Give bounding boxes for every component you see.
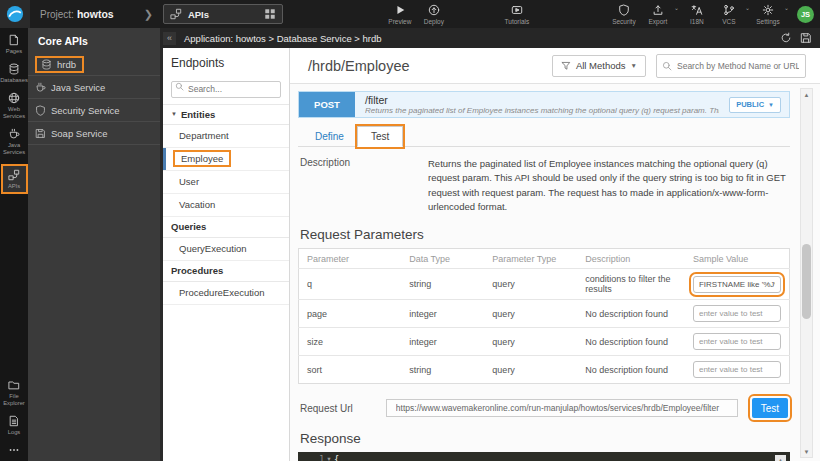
search-icon — [175, 82, 184, 91]
shield-icon — [35, 105, 46, 116]
tab-test[interactable]: Test — [357, 126, 403, 147]
project-name: Project:howtos — [40, 8, 114, 20]
scroll-body: POST /filter Returns the paginated list … — [290, 84, 798, 461]
column-header: Parameter Type — [484, 249, 577, 269]
sample-value-input-page[interactable] — [693, 305, 781, 322]
core-apis-panel: Core APIs hrdb Java Service Security Ser… — [28, 28, 160, 461]
endpoint-item-user[interactable]: User — [163, 171, 289, 194]
core-apis-title: Core APIs — [28, 28, 160, 53]
module-selector[interactable]: APIs — [163, 4, 283, 24]
settings-button[interactable]: Settings ⌄ — [750, 0, 789, 28]
content-scrollbar[interactable]: ▲ ▼ — [800, 88, 813, 458]
tree-section-procedures[interactable]: Procedures — [163, 261, 289, 282]
request-url-label: Request Url — [300, 403, 386, 414]
test-button[interactable]: Test — [752, 398, 788, 418]
sidebar-item-web-services[interactable]: Web Services — [0, 92, 28, 120]
endpoint-row-filter[interactable]: POST /filter Returns the paginated list … — [298, 91, 790, 118]
coffee-icon — [35, 82, 46, 93]
scroll-up-icon[interactable]: ▲ — [801, 89, 812, 100]
deploy-icon — [428, 4, 440, 17]
sidebar-item-logs[interactable]: Logs — [0, 415, 28, 436]
visibility-dropdown[interactable]: PUBLIC ▼ — [729, 97, 781, 113]
sample-value-input-sort[interactable] — [693, 361, 781, 378]
sidebar-item-pages[interactable]: Pages — [0, 34, 28, 55]
service-item-hrdb[interactable]: hrdb — [28, 53, 160, 76]
grid-icon — [264, 8, 276, 20]
caret-down-icon: ▼ — [631, 62, 637, 69]
shield-icon — [618, 4, 630, 17]
endpoints-search-input[interactable] — [171, 81, 281, 98]
service-item-java-service[interactable]: Java Service — [28, 76, 160, 99]
more-options-button[interactable] — [0, 444, 28, 456]
chevron-down-icon: ⌄ — [674, 4, 679, 11]
sample-value-input-q[interactable] — [693, 276, 781, 293]
editor-scrollbar[interactable]: ▲ — [775, 455, 786, 461]
folder-icon — [8, 379, 20, 391]
endpoint-summary: Returns the paginated list of Employee i… — [365, 106, 719, 115]
user-avatar[interactable]: JS — [797, 6, 814, 23]
request-parameters-title: Request Parameters — [298, 227, 790, 242]
endpoint-item-queryexecution[interactable]: QueryExecution — [163, 238, 289, 261]
table-row: qstringqueryconditions to filter the res… — [299, 269, 790, 300]
endpoint-item-employee[interactable]: Employee — [163, 148, 289, 171]
api-icon — [8, 169, 20, 181]
endpoint-item-procedureexecution[interactable]: ProcedureExecution — [163, 282, 289, 305]
database-icon — [41, 59, 52, 70]
log-file-icon — [8, 415, 20, 427]
caret-down-icon: ▼ — [768, 102, 774, 108]
endpoints-tree: ▼EntitiesDepartmentEmployeeUserVacationQ… — [163, 104, 289, 305]
description-row: Description Returns the paginated list o… — [298, 157, 790, 214]
request-url-input[interactable] — [386, 399, 738, 417]
export-icon — [652, 4, 664, 17]
sample-value-input-size[interactable] — [693, 333, 781, 350]
page-icon — [8, 34, 20, 46]
endpoints-panel: Endpoints ▼EntitiesDepartmentEmployeeUse… — [160, 48, 290, 461]
wavemaker-logo-icon — [0, 0, 30, 28]
page-title: /hrdb/Employee — [308, 58, 542, 74]
save-icon[interactable] — [800, 32, 812, 44]
preview-button[interactable]: Preview — [386, 0, 414, 28]
content-panel: /hrdb/Employee All Methods ▼ POST /filte… — [290, 48, 820, 461]
tree-section-entities[interactable]: ▼Entities — [163, 104, 289, 125]
hrdb-highlight-box: hrdb — [35, 56, 84, 73]
project-value: howtos — [77, 8, 114, 20]
sidebar-item-databases[interactable]: Databases — [0, 63, 28, 84]
play-icon — [394, 4, 406, 17]
main-area: « Application: howtos > Database Service… — [160, 28, 820, 461]
scroll-up-icon[interactable]: ▲ — [775, 455, 786, 461]
table-header-row: ParameterData TypeParameter TypeDescript… — [299, 249, 790, 269]
vcs-button[interactable]: VCS ⌄ — [711, 0, 750, 28]
methods-filter-dropdown[interactable]: All Methods ▼ — [552, 55, 646, 77]
tree-section-queries[interactable]: Queries — [163, 217, 289, 238]
content-scrollbar-thumb[interactable] — [802, 244, 811, 319]
endpoint-path: /filter — [365, 94, 719, 106]
request-url-row: Request Url Test — [298, 398, 790, 418]
i18n-button[interactable]: I18N — [683, 0, 711, 28]
service-item-soap-service[interactable]: Soap Service — [28, 122, 160, 145]
tutorials-button[interactable]: Tutorials — [503, 0, 531, 28]
sidebar-item-apis[interactable]: APIs — [1, 164, 28, 194]
filter-icon — [561, 61, 571, 71]
column-header: Description — [577, 249, 685, 269]
security-button[interactable]: Security — [610, 0, 638, 28]
tab-define[interactable]: Define — [302, 127, 357, 146]
service-item-security-service[interactable]: Security Service — [28, 99, 160, 122]
method-search-input[interactable] — [656, 54, 806, 78]
response-title: Response — [298, 431, 790, 446]
breadcrumb-bar: « Application: howtos > Database Service… — [160, 28, 820, 48]
table-row: sortstringqueryNo description found — [299, 356, 790, 384]
collapse-panel-button[interactable]: « — [163, 32, 176, 45]
response-code-editor: 1▼{2▼ "content": [3▼ {4 "empId": 5,5 "fi… — [298, 452, 790, 461]
deploy-button[interactable]: Deploy — [420, 0, 448, 28]
endpoint-item-department[interactable]: Department — [163, 125, 289, 148]
description-label: Description — [300, 157, 428, 214]
sidebar-item-java-services[interactable]: Java Services — [0, 128, 28, 156]
export-button[interactable]: Export ⌄ — [638, 0, 679, 28]
endpoint-item-vacation[interactable]: Vacation — [163, 194, 289, 217]
code-lines: 1▼{2▼ "content": [3▼ {4 "empId": 5,5 "fi… — [298, 454, 790, 461]
refresh-icon[interactable] — [780, 32, 792, 44]
sidebar-item-file-explorer[interactable]: File Explorer — [0, 379, 28, 407]
i18n-icon — [691, 4, 703, 17]
scroll-down-icon[interactable]: ▼ — [801, 446, 812, 457]
column-header: Data Type — [401, 249, 484, 269]
